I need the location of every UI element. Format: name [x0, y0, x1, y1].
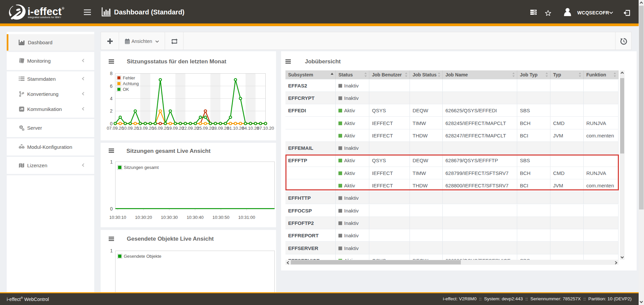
svg-text:Achtung: Achtung	[123, 81, 139, 86]
svg-text:10:30:40: 10:30:40	[186, 215, 204, 220]
svg-text:10:30:10: 10:30:10	[109, 215, 126, 220]
svg-text:10:30:20: 10:30:20	[135, 215, 152, 220]
svg-text:R: R	[62, 8, 63, 9]
svg-text:4: 4	[110, 96, 113, 101]
svg-text:2: 2	[110, 108, 113, 114]
svg-text:6: 6	[110, 83, 113, 89]
svg-text:Fehler: Fehler	[123, 75, 136, 80]
svg-text:8: 8	[110, 71, 113, 76]
svg-text:Gesendete Objekte: Gesendete Objekte	[124, 254, 161, 259]
svg-text:0: 0	[110, 206, 113, 211]
svg-text:OK: OK	[123, 87, 129, 92]
svg-text:integrated solutions for IBM i: integrated solutions for IBM i	[28, 16, 61, 19]
svg-text:07.09.20: 07.09.20	[107, 126, 124, 131]
svg-text:22.09.20: 22.09.20	[182, 126, 199, 131]
svg-text:10:30:50: 10:30:50	[212, 215, 229, 220]
svg-text:10:30:30: 10:30:30	[161, 215, 178, 220]
svg-text:13.09.20: 13.09.20	[137, 126, 154, 131]
svg-text:04.10.20: 04.10.20	[242, 126, 259, 131]
svg-text:07.10.20: 07.10.20	[257, 126, 274, 131]
svg-text:10.09.20: 10.09.20	[122, 126, 139, 131]
svg-text:25.09.20: 25.09.20	[197, 126, 214, 131]
svg-text:16.09.20: 16.09.20	[152, 126, 169, 131]
svg-text:Sitzungen gesamt: Sitzungen gesamt	[124, 165, 159, 170]
svg-text:01.10.20: 01.10.20	[227, 126, 244, 131]
svg-text:10:31:00: 10:31:00	[238, 215, 255, 220]
svg-text:19.09.20: 19.09.20	[167, 126, 184, 131]
svg-text:1: 1	[110, 248, 113, 253]
svg-text:1: 1	[110, 159, 113, 165]
svg-text:28.09.20: 28.09.20	[212, 126, 229, 131]
